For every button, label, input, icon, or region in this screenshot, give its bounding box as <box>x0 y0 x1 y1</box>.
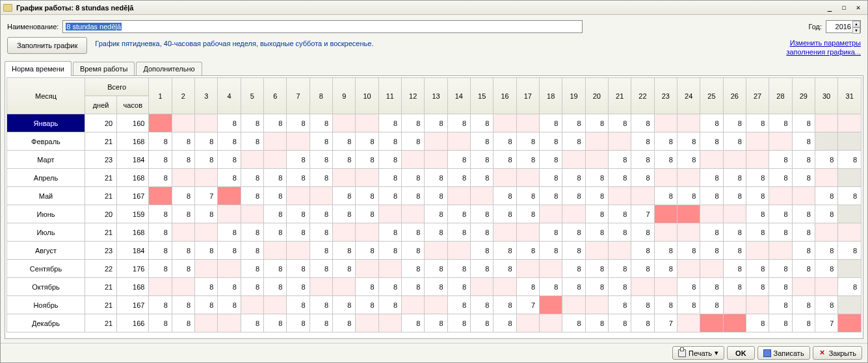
name-label: Наименование: <box>7 23 59 31</box>
fill-schedule-button[interactable]: Заполнить график <box>7 37 87 54</box>
table-row[interactable]: Октябрь21168888888888888888888888 <box>7 278 861 296</box>
table-row[interactable]: Июнь2015988888888888888878888 <box>7 205 861 223</box>
table-row[interactable]: Апрель21168888888888888888888888 <box>7 169 861 187</box>
table-row[interactable]: Июль21168888888888888888888888 <box>7 223 861 242</box>
schedule-grid[interactable]: МесяцВсего123456789101112131415161718192… <box>7 77 861 332</box>
year-spin-down[interactable]: ▼ <box>852 27 860 34</box>
save-button[interactable]: Записать <box>757 346 810 360</box>
table-row[interactable]: Январь2016088888888888888888888 <box>7 114 861 132</box>
ok-button[interactable]: OK <box>727 346 755 360</box>
save-icon <box>763 349 771 357</box>
table-row[interactable]: Май21167878888888888888888888 <box>7 187 861 205</box>
tab-time-norm[interactable]: Норма времени <box>5 61 72 76</box>
year-label: Год: <box>808 23 822 31</box>
table-row[interactable]: Декабрь21166888888888888888878887 <box>7 314 861 332</box>
print-icon <box>678 349 686 357</box>
table-row[interactable]: Август2318488888888888888888888888 <box>7 242 861 260</box>
tab-extra[interactable]: Дополнительно <box>136 62 202 75</box>
close-icon: × <box>819 349 826 357</box>
table-row[interactable]: Ноябрь21167888888888888788888888 <box>7 296 861 314</box>
minimize-button[interactable]: _ <box>823 3 836 13</box>
table-row[interactable]: Сентябрь221768888888888888888888888 <box>7 260 861 278</box>
close-window-button[interactable]: ✕ <box>852 3 865 13</box>
maximize-button[interactable]: ☐ <box>837 3 850 13</box>
table-row[interactable]: Март231848888888888888888888888 <box>7 151 861 169</box>
folder-icon <box>3 4 12 12</box>
table-row[interactable]: Февраль21168888888888888888888888 <box>7 132 861 151</box>
change-params-link[interactable]: Изменить параметрызаполнения графика... <box>786 37 861 56</box>
name-input[interactable]: 8 stundas nedēļā <box>62 20 583 33</box>
tab-work-time[interactable]: Время работы <box>73 62 135 75</box>
close-button[interactable]: ×Закрыть <box>813 346 862 360</box>
year-spin-up[interactable]: ▲ <box>852 21 860 27</box>
window-title: График работы: 8 stundas nedēļā <box>16 4 823 12</box>
schedule-description: График пятидневка, 40-часовая рабочая не… <box>95 37 373 47</box>
print-button[interactable]: Печать ▾ <box>672 346 724 360</box>
